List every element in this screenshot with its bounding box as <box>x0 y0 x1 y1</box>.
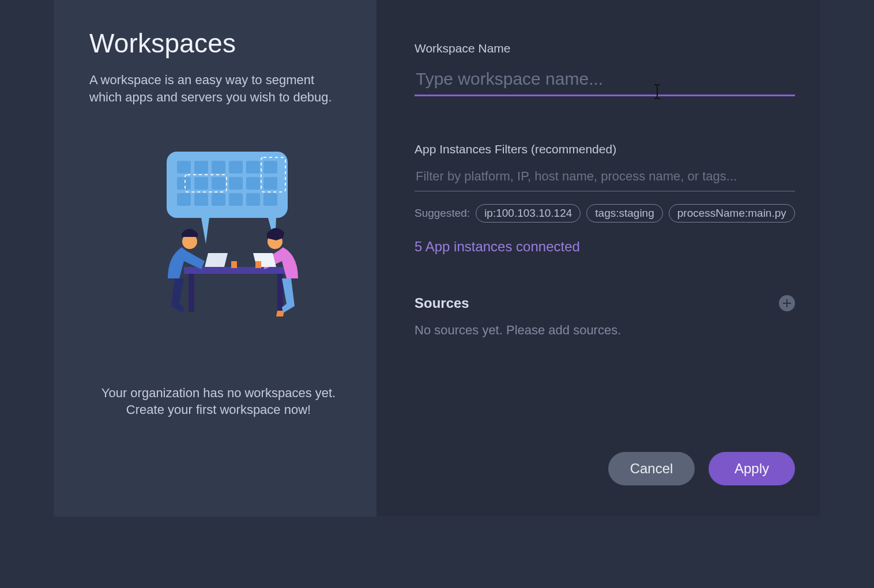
svg-rect-1 <box>177 161 191 174</box>
svg-rect-25 <box>231 261 237 268</box>
svg-rect-17 <box>246 193 260 206</box>
add-source-button[interactable] <box>779 295 795 311</box>
svg-rect-9 <box>212 177 225 190</box>
suggested-chip-tags[interactable]: tags:staging <box>586 204 662 223</box>
svg-rect-14 <box>194 193 208 206</box>
connected-instances-link[interactable]: 5 App instances connected <box>415 239 797 255</box>
suggested-row: Suggested: ip:100.103.10.124 tags:stagin… <box>415 204 797 223</box>
suggested-chip-process[interactable]: processName:main.py <box>669 204 795 223</box>
workspaces-illustration <box>132 152 305 319</box>
svg-rect-15 <box>212 193 225 206</box>
filters-input[interactable] <box>415 167 795 191</box>
page-title: Workspaces <box>89 28 348 59</box>
svg-rect-3 <box>212 161 225 174</box>
page-description: A workspace is an easy way to segment wh… <box>89 71 348 105</box>
suggested-label: Suggested: <box>415 207 470 220</box>
left-pane: Workspaces A workspace is an easy way to… <box>54 0 376 517</box>
sources-empty-text: No sources yet. Please add sources. <box>415 323 797 338</box>
empty-org-message: Your organization has no workspaces yet.… <box>89 385 348 419</box>
create-workspace-dialog: Workspaces A workspace is an easy way to… <box>54 0 820 517</box>
sources-label: Sources <box>415 295 469 311</box>
svg-rect-6 <box>263 161 277 174</box>
workspace-name-label: Workspace Name <box>415 42 797 55</box>
svg-rect-5 <box>246 161 260 174</box>
cancel-button[interactable]: Cancel <box>608 452 695 485</box>
dialog-footer: Cancel Apply <box>415 452 795 493</box>
svg-rect-13 <box>177 193 191 206</box>
svg-rect-12 <box>263 177 277 190</box>
svg-rect-7 <box>177 177 191 190</box>
svg-rect-11 <box>246 177 260 190</box>
svg-rect-8 <box>194 177 208 190</box>
svg-rect-22 <box>189 274 194 312</box>
right-pane: Workspace Name App Instances Filters (re… <box>376 0 820 517</box>
apply-button[interactable]: Apply <box>709 452 795 485</box>
filters-label: App Instances Filters (recommended) <box>415 142 797 156</box>
svg-rect-27 <box>255 261 261 268</box>
svg-rect-4 <box>229 161 243 174</box>
suggested-chip-ip[interactable]: ip:100.103.10.124 <box>476 204 581 223</box>
svg-rect-18 <box>263 193 277 206</box>
svg-rect-2 <box>194 161 208 174</box>
workspace-name-input[interactable] <box>415 66 795 96</box>
plus-icon <box>782 299 792 308</box>
svg-rect-16 <box>229 193 243 206</box>
svg-rect-10 <box>229 177 243 190</box>
